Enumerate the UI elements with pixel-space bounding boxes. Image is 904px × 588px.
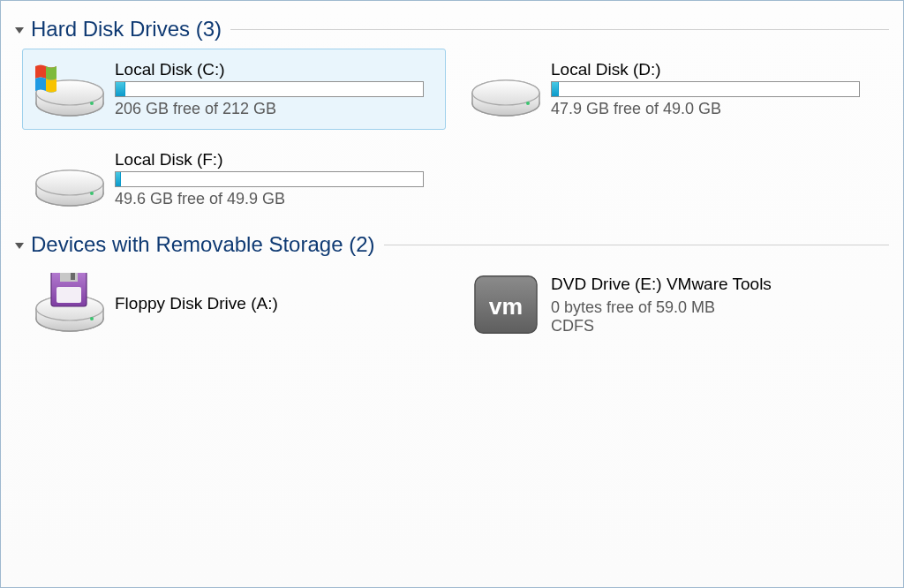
- drive-info: Local Disk (F:) 49.6 GB free of 49.9 GB: [115, 150, 436, 208]
- drive-local-disk-c[interactable]: Local Disk (C:) 206 GB free of 212 GB: [22, 49, 446, 130]
- capacity-text: 206 GB free of 212 GB: [115, 100, 436, 118]
- group-title: Devices with Removable Storage (2): [31, 232, 375, 257]
- capacity-bar: [551, 81, 860, 97]
- drive-label: Floppy Disk Drive (A:): [115, 294, 436, 313]
- group-body-hard-disk-drives: Local Disk (C:) 206 GB free of 212 GB Lo…: [22, 49, 889, 220]
- divider: [384, 245, 890, 245]
- drive-dvd-e-vmware-tools[interactable]: DVD Drive (E:) VMware Tools 0 bytes free…: [458, 264, 882, 345]
- floppy-drive-icon: [32, 273, 108, 336]
- drive-os-icon: [32, 57, 108, 121]
- drive-info: Local Disk (D:) 47.9 GB free of 49.0 GB: [551, 60, 872, 118]
- group-header-hard-disk-drives[interactable]: Hard Disk Drives (3): [15, 17, 889, 41]
- drive-icon: [468, 57, 544, 121]
- capacity-bar-fill: [552, 82, 559, 96]
- chevron-down-icon: [15, 27, 24, 34]
- capacity-bar-fill: [116, 172, 121, 186]
- drive-info: DVD Drive (E:) VMware Tools 0 bytes free…: [551, 275, 872, 335]
- capacity-bar-fill: [116, 82, 125, 96]
- computer-drives-view: Hard Disk Drives (3) Local Disk (C:) 206…: [0, 0, 904, 588]
- capacity-text: 49.6 GB free of 49.9 GB: [115, 190, 436, 208]
- capacity-text: 47.9 GB free of 49.0 GB: [551, 100, 872, 118]
- drive-info: Local Disk (C:) 206 GB free of 212 GB: [115, 60, 436, 118]
- capacity-text: 0 bytes free of 59.0 MB: [551, 298, 872, 317]
- drive-floppy-a[interactable]: Floppy Disk Drive (A:): [22, 264, 446, 345]
- group-body-removable-storage: Floppy Disk Drive (A:) DVD Drive (E:) VM…: [22, 264, 889, 345]
- vmware-icon: [468, 273, 544, 336]
- drive-local-disk-d[interactable]: Local Disk (D:) 47.9 GB free of 49.0 GB: [458, 49, 882, 130]
- chevron-down-icon: [15, 243, 24, 249]
- drive-local-disk-f[interactable]: Local Disk (F:) 49.6 GB free of 49.9 GB: [22, 139, 446, 220]
- group-header-removable-storage[interactable]: Devices with Removable Storage (2): [15, 232, 889, 257]
- group-title: Hard Disk Drives (3): [31, 17, 222, 41]
- drive-label: Local Disk (F:): [115, 150, 436, 170]
- capacity-bar: [115, 81, 424, 97]
- drive-label: Local Disk (D:): [551, 60, 872, 79]
- divider: [230, 29, 889, 30]
- capacity-bar: [115, 171, 424, 187]
- drive-label: DVD Drive (E:) VMware Tools: [551, 275, 872, 294]
- drive-info: Floppy Disk Drive (A:): [115, 294, 436, 315]
- drive-icon: [32, 147, 108, 211]
- filesystem-text: CDFS: [551, 317, 872, 335]
- drive-label: Local Disk (C:): [115, 60, 436, 79]
